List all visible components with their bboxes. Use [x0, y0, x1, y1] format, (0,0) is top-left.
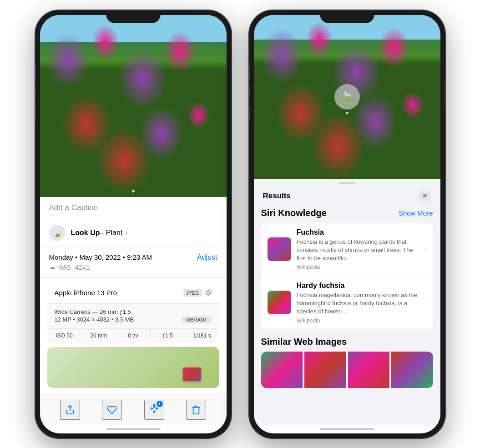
vibrant-badge: VIBRANT	[181, 316, 212, 323]
hardy-name: Hardy fuchsia	[297, 282, 419, 290]
info-button[interactable]: i	[144, 400, 164, 420]
knowledge-card: Fuchsia Fuchsia is a genus of flowering …	[261, 223, 433, 329]
screen-right: 🍃 Results ✕ Siri Knowledge Show More	[254, 15, 440, 433]
camera-model: Apple iPhone 13 Pro	[55, 289, 117, 297]
hardy-info: Hardy fuchsia Fuchsia magellanica, commo…	[297, 282, 419, 324]
notch-right	[320, 10, 374, 23]
phone2-content: 🍃 Results ✕ Siri Knowledge Show More	[254, 15, 440, 433]
fuchsia-name: Fuchsia	[297, 228, 419, 237]
siri-knowledge-title: Siri Knowledge	[261, 208, 327, 218]
format-badge: JPEG	[183, 289, 202, 297]
camera-section: Apple iPhone 13 Pro JPEG ⚙ Wide Camera —…	[47, 282, 219, 342]
like-button[interactable]	[102, 400, 122, 420]
results-title: Results	[263, 191, 291, 201]
camera-specs: Wide Camera — 26 mm ƒ1.5 12 MP • 3024 × …	[47, 303, 219, 328]
adjust-button[interactable]: Adjust	[197, 253, 217, 262]
home-indicator-right	[320, 428, 374, 430]
results-content[interactable]: Siri Knowledge Show More Fuchsia Fuchsia…	[254, 208, 440, 425]
notch-left	[106, 10, 161, 23]
flower-image-right[interactable]: 🍃	[254, 15, 440, 179]
similar-image-1[interactable]	[261, 352, 303, 388]
results-header: Results ✕	[254, 188, 440, 208]
show-more-button[interactable]: Show More	[399, 209, 433, 217]
phone-left: Add a Caption 🍃 Look Up– Plant › Monday …	[35, 10, 231, 438]
close-button[interactable]: ✕	[419, 190, 431, 202]
ev-stat: 0 ev	[116, 329, 151, 342]
leaf-icon-badge: 🍃	[341, 91, 353, 103]
share-button[interactable]	[60, 400, 80, 420]
similar-image-3[interactable]	[348, 352, 390, 388]
date-row: Monday • May 30, 2022 • 9:23 AM Adjust	[49, 253, 217, 262]
vlu-dot	[346, 112, 348, 114]
fuchsia-chevron: ›	[424, 246, 427, 253]
iso-stat: ISO 50	[47, 329, 82, 342]
lookup-label: Look Up– Plant ›	[71, 229, 128, 237]
badges: JPEG ⚙	[183, 288, 212, 298]
fuchsia-info: Fuchsia Fuchsia is a genus of flowering …	[297, 228, 419, 271]
map-section[interactable]	[47, 347, 219, 388]
page-indicator	[132, 190, 135, 192]
camera-stats-row: ISO 50 26 mm 0 ev ƒ1.5 1/181 s	[47, 328, 219, 342]
similar-section: Similar Web Images	[261, 337, 433, 388]
date-text: Monday • May 30, 2022 • 9:23 AM	[49, 253, 152, 261]
filename-row: ☁ IMG_4241	[49, 263, 217, 271]
fuchsia-source: Wikipedia	[297, 264, 419, 270]
aperture-stat: ƒ1.5	[151, 329, 185, 342]
hardy-source: Wikipedia	[297, 317, 419, 324]
caption-area[interactable]: Add a Caption	[40, 197, 227, 219]
flower-image-left[interactable]	[40, 15, 227, 197]
home-indicator-left	[106, 428, 161, 430]
lookup-row[interactable]: 🍃 Look Up– Plant ›	[40, 219, 227, 247]
map-pin	[183, 367, 201, 381]
hardy-chevron: ›	[424, 299, 427, 306]
siri-knowledge-header: Siri Knowledge Show More	[261, 208, 433, 218]
sheet-handle	[339, 182, 355, 184]
shutter-stat: 1/181 s	[185, 329, 219, 342]
visual-lookup-badge[interactable]: 🍃	[334, 84, 360, 110]
delete-button[interactable]	[186, 400, 206, 420]
screen-left: Add a Caption 🍃 Look Up– Plant › Monday …	[40, 15, 227, 433]
leaf-icon: 🍃	[52, 228, 62, 238]
lens-spec: Wide Camera — 26 mm ƒ1.5	[55, 308, 212, 315]
hardy-desc: Fuchsia magellanica, commonly known as t…	[297, 291, 419, 316]
similar-images[interactable]	[261, 352, 433, 388]
filename-text: IMG_4241	[58, 263, 90, 271]
focal-stat: 26 mm	[81, 329, 116, 342]
fuchsia-desc: Fuchsia is a genus of flowering plants t…	[297, 238, 419, 263]
hardy-thumbnail	[268, 291, 291, 314]
phone1-content: Add a Caption 🍃 Look Up– Plant › Monday …	[40, 15, 227, 433]
date-section: Monday • May 30, 2022 • 9:23 AM Adjust ☁…	[40, 247, 227, 278]
hardy-fuchsia-item[interactable]: Hardy fuchsia Fuchsia magellanica, commo…	[261, 276, 433, 329]
lookup-icon-circle: 🍃	[49, 225, 66, 241]
similar-title: Similar Web Images	[261, 337, 433, 347]
settings-icon[interactable]: ⚙	[205, 288, 212, 298]
results-sheet: Results ✕ Siri Knowledge Show More	[254, 179, 440, 425]
map-thumbnail	[183, 367, 201, 381]
camera-model-row: Apple iPhone 13 Pro JPEG ⚙	[47, 282, 219, 303]
cloud-icon: ☁	[49, 263, 56, 271]
phone-right: 🍃 Results ✕ Siri Knowledge Show More	[249, 10, 445, 438]
lookup-chevron: ›	[126, 229, 128, 237]
fuchsia-item[interactable]: Fuchsia Fuchsia is a genus of flowering …	[261, 223, 433, 277]
caption-placeholder: Add a Caption	[49, 203, 98, 212]
similar-image-2[interactable]	[304, 352, 346, 388]
fuchsia-thumbnail	[268, 237, 291, 261]
resolution-spec: 12 MP • 3024 × 4032 • 3.5 MB VIBRANT	[55, 316, 212, 323]
toolbar: i	[40, 394, 227, 425]
similar-image-4[interactable]	[391, 352, 433, 388]
